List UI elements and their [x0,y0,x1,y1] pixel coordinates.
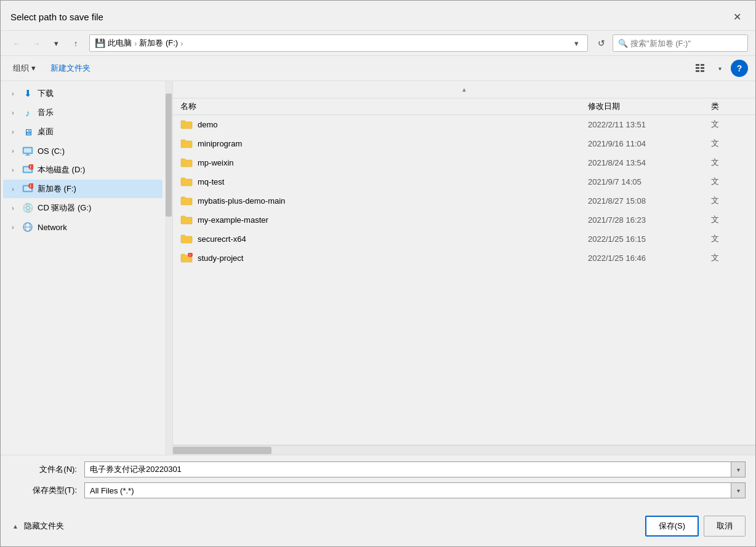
table-row[interactable]: miniprogram 2021/9/16 11:04 文 [173,134,755,153]
file-cols-header: 名称 修改日期 类 [173,98,755,115]
filename-label: 文件名(N): [10,464,84,475]
file-type: 文 [711,138,748,149]
back-button[interactable]: ← [8,34,25,52]
filename-input[interactable] [84,461,746,477]
file-scroll-container[interactable]: demo 2022/2/11 13:51 文 miniprogram 2021/… [173,115,755,445]
nav-bar: ← → ▾ ↑ 💾 此电脑 › 新加卷 (F:) › ▾ ↺ 🔍 [1,31,755,56]
search-icon: 🔍 [618,39,628,48]
forward-button[interactable]: → [28,34,45,52]
network-icon [22,221,34,233]
sidebar-label-new-f: 新加卷 (F:) [38,183,76,194]
address-sep-1: › [180,39,183,48]
local-d-icon: ! [22,164,34,176]
main-content: › ⬇ 下载 › ♪ 音乐 › 🖥 桌面 › [1,81,755,455]
filetype-dropdown-button[interactable]: ▾ [731,482,746,498]
cd-g-icon: 💿 [22,202,34,214]
folder-icon [180,175,193,188]
up-button[interactable]: ↑ [67,34,84,52]
col-header-date[interactable]: 修改日期 [588,101,711,112]
file-name: study-project [198,254,588,263]
svg-text:!: ! [30,184,31,188]
view-dropdown-button[interactable]: ▾ [711,60,728,77]
file-name: mq-test [198,177,588,186]
file-date: 2022/1/25 16:46 [588,254,711,263]
svg-rect-2 [696,67,699,69]
save-button[interactable]: 保存(S) [645,516,699,537]
address-part-0[interactable]: 此电脑 [108,38,132,49]
sidebar-label-network: Network [38,223,67,232]
help-button[interactable]: ? [731,60,748,77]
sidebar-item-local-d[interactable]: › ! 本地磁盘 (D:) [3,161,163,179]
table-row[interactable]: ! study-project 2022/1/25 16:46 文 [173,249,755,268]
folder-icon [180,194,193,207]
close-button[interactable]: ✕ [728,8,746,25]
table-row[interactable]: securecrt-x64 2022/1/25 16:15 文 [173,230,755,249]
address-bar-text: 此电脑 › 新加卷 (F:) › [108,38,568,49]
os-c-icon [22,145,34,157]
view-button[interactable] [691,60,709,77]
sidebar-item-music[interactable]: › ♪ 音乐 [3,103,163,122]
sidebar-item-network[interactable]: › Network [3,218,163,236]
table-row[interactable]: mybatis-plus-demo-main 2021/8/27 15:08 文 [173,191,755,210]
refresh-button[interactable]: ↺ [593,34,610,52]
svg-rect-5 [701,70,704,72]
folder-icon [180,137,193,150]
table-row[interactable]: my-example-master 2021/7/28 16:23 文 [173,210,755,230]
col-header-name[interactable]: 名称 [180,101,588,112]
filetype-row: 保存类型(T): ▾ [10,482,746,498]
file-type: 文 [711,252,748,263]
sidebar-item-os-c[interactable]: › OS (C:) [3,142,163,160]
sidebar-item-desktop[interactable]: › 🖥 桌面 [3,122,163,141]
sidebar-item-new-f[interactable]: › ! 新加卷 (F:) [3,180,163,198]
sidebar-label-music: 音乐 [38,107,54,118]
new-folder-button[interactable]: 新建文件夹 [46,60,95,76]
hide-folders-button[interactable]: ▲ 隐藏文件夹 [10,521,64,532]
file-name: miniprogram [198,139,588,148]
svg-rect-4 [696,70,699,72]
address-bar[interactable]: 💾 此电脑 › 新加卷 (F:) › ▾ [89,34,588,52]
downloads-icon: ⬇ [22,87,34,100]
view-icon [695,63,705,73]
sidebar-content: › ⬇ 下载 › ♪ 音乐 › 🖥 桌面 › [1,81,165,455]
file-date: 2021/9/7 14:05 [588,177,711,186]
sidebar-item-cd-g[interactable]: › 💿 CD 驱动器 (G:) [3,199,163,217]
search-input[interactable] [630,39,742,48]
filetype-wrapper: ▾ [84,482,746,498]
svg-rect-3 [701,67,704,69]
filename-dropdown-button[interactable]: ▾ [731,461,746,477]
folder-icon: ! [180,252,193,264]
filetype-input[interactable] [84,482,746,498]
file-type: 文 [711,157,748,168]
table-row[interactable]: demo 2022/2/11 13:51 文 [173,115,755,134]
file-name: securecrt-x64 [198,234,588,244]
sidebar-item-downloads[interactable]: › ⬇ 下载 [3,84,163,103]
file-list-header[interactable]: ▲ [173,81,755,98]
address-dropdown-button[interactable]: ▾ [570,37,582,49]
file-type: 文 [711,119,748,130]
file-area: ▲ 名称 修改日期 类 demo 2022/2/11 13:51 文 minip… [173,81,755,455]
cancel-button[interactable]: 取消 [704,516,746,537]
dropdown-button[interactable]: ▾ [47,34,65,52]
svg-rect-1 [701,64,704,66]
table-row[interactable]: mp-weixin 2021/8/24 13:54 文 [173,153,755,172]
svg-rect-0 [696,64,699,66]
sidebar-label-local-d: 本地磁盘 (D:) [38,164,85,175]
action-bar-right: ▾ ? [691,60,748,77]
sidebar-label-downloads: 下载 [38,88,54,99]
expand-arrow-local-d: › [8,165,18,175]
horizontal-scrollbar[interactable] [173,445,755,455]
sidebar-scrollbar[interactable] [165,81,172,455]
title-bar: Select path to save file ✕ [1,1,755,31]
table-row[interactable]: mq-test 2021/9/7 14:05 文 [173,172,755,191]
hide-folders-arrow: ▲ [10,521,20,531]
file-date: 2022/2/11 13:51 [588,120,711,129]
col-header-type[interactable]: 类 [711,101,748,112]
svg-rect-7 [24,148,31,153]
save-file-dialog: Select path to save file ✕ ← → ▾ ↑ 💾 此电脑… [0,0,756,547]
address-bar-icon: 💾 [95,38,105,48]
address-part-1[interactable]: 新加卷 (F:) [139,38,178,49]
filename-wrapper: ▾ [84,461,746,477]
organize-button[interactable]: 组织 ▾ [8,60,41,76]
search-bar: 🔍 [613,34,748,52]
file-date: 2022/1/25 16:15 [588,234,711,244]
